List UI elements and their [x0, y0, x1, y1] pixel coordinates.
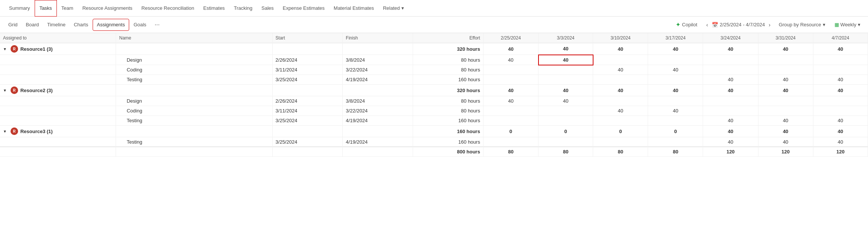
task-week-cell-0-2-0[interactable] — [483, 75, 538, 85]
date-range-control[interactable]: ‹ 📅 2/25/2024 - 4/7/2024 › — [704, 21, 773, 29]
resource-row-2: ▼ R Resource3 (1) 160 hours0000404040 — [0, 126, 868, 137]
task-week-cell-0-2-1[interactable] — [538, 75, 593, 85]
task-week-cell-1-2-5[interactable]: 40 — [758, 116, 813, 126]
task-week-cell-0-1-4[interactable] — [703, 65, 758, 75]
header-name: Name — [116, 33, 272, 43]
task-week-cell-1-1-6[interactable] — [813, 106, 868, 116]
task-row-0-1: Coding3/11/20243/22/202480 hours4040 — [0, 65, 868, 75]
task-week-cell-1-0-6[interactable] — [813, 96, 868, 106]
task-week-cell-2-0-5[interactable]: 40 — [758, 137, 813, 147]
task-name-cell-2-0: Testing — [116, 137, 272, 147]
period-button[interactable]: ▦ Weekly ▾ — [831, 20, 863, 29]
task-name-cell-0-0: Design — [116, 55, 272, 65]
task-week-cell-1-1-1[interactable] — [538, 106, 593, 116]
resource-chevron-0[interactable]: ▼ — [3, 47, 7, 51]
nav-tracking[interactable]: Tracking — [229, 0, 257, 17]
resource-week-2-4: 40 — [703, 126, 758, 137]
copilot-button[interactable]: ✦ Copilot — [672, 20, 701, 30]
task-week-cell-1-2-6[interactable]: 40 — [813, 116, 868, 126]
resource-start-cell-0 — [272, 43, 343, 55]
task-start-cell-1-1: 3/11/2024 — [272, 106, 343, 116]
task-week-cell-0-1-2[interactable]: 40 — [593, 65, 648, 75]
view-timeline[interactable]: Timeline — [43, 19, 69, 31]
task-week-cell-0-2-2[interactable] — [593, 75, 648, 85]
view-goals[interactable]: Goals — [130, 19, 150, 31]
task-week-cell-0-0-3[interactable] — [648, 55, 703, 65]
task-effort-cell-1-0: 80 hours — [413, 96, 484, 106]
resource-avatar-1: R — [11, 86, 18, 94]
prev-date-arrow[interactable]: ‹ — [704, 21, 711, 29]
task-week-cell-2-0-2[interactable] — [593, 137, 648, 147]
task-week-cell-1-1-0[interactable] — [483, 106, 538, 116]
task-week-cell-1-1-4[interactable] — [703, 106, 758, 116]
nav-material-estimates[interactable]: Material Estimates — [329, 0, 378, 17]
task-week-cell-2-0-1[interactable] — [538, 137, 593, 147]
task-week-cell-0-1-0[interactable] — [483, 65, 538, 75]
task-week-cell-0-0-2[interactable] — [593, 55, 648, 65]
task-week-cell-2-0-6[interactable]: 40 — [813, 137, 868, 147]
task-week-cell-1-0-4[interactable] — [703, 96, 758, 106]
task-week-cell-0-1-3[interactable]: 40 — [648, 65, 703, 75]
task-week-cell-1-0-0[interactable]: 40 — [483, 96, 538, 106]
task-effort-cell-2-0: 160 hours — [413, 137, 484, 147]
nav-team[interactable]: Team — [57, 0, 78, 17]
task-week-cell-1-1-3[interactable]: 40 — [648, 106, 703, 116]
task-assigned-cell-0-2 — [0, 75, 116, 85]
task-week-cell-0-2-6[interactable]: 40 — [813, 75, 868, 85]
task-week-cell-1-2-3[interactable] — [648, 116, 703, 126]
group-by-button[interactable]: Group by Resource ▾ — [776, 20, 828, 29]
more-options-button[interactable]: ··· — [151, 19, 163, 31]
task-week-cell-0-1-5[interactable] — [758, 65, 813, 75]
task-assigned-cell-1-2 — [0, 116, 116, 126]
task-week-cell-0-0-1[interactable]: 40 — [538, 55, 593, 65]
task-week-cell-1-1-2[interactable]: 40 — [593, 106, 648, 116]
task-week-cell-1-1-5[interactable] — [758, 106, 813, 116]
task-week-cell-0-1-1[interactable] — [538, 65, 593, 75]
resource-name-2: Resource3 (1) — [20, 129, 53, 134]
task-week-cell-0-1-6[interactable] — [813, 65, 868, 75]
task-finish-cell-1-0: 3/8/2024 — [343, 96, 413, 106]
task-week-cell-0-0-6[interactable] — [813, 55, 868, 65]
nav-summary[interactable]: Summary — [5, 0, 35, 17]
task-start-cell-1-0: 2/26/2024 — [272, 96, 343, 106]
nav-estimates[interactable]: Estimates — [199, 0, 229, 17]
nav-related[interactable]: Related ▾ — [378, 0, 409, 17]
related-chevron-icon: ▾ — [401, 5, 404, 11]
copilot-icon: ✦ — [676, 21, 680, 28]
task-week-cell-0-2-3[interactable] — [648, 75, 703, 85]
view-grid[interactable]: Grid — [5, 19, 21, 31]
resource-chevron-2[interactable]: ▼ — [3, 129, 7, 133]
task-week-cell-2-0-4[interactable]: 40 — [703, 137, 758, 147]
nav-resource-reconciliation[interactable]: Resource Reconciliation — [137, 0, 199, 17]
task-week-cell-1-0-1[interactable]: 40 — [538, 96, 593, 106]
view-board[interactable]: Board — [22, 19, 43, 31]
task-week-cell-1-0-5[interactable] — [758, 96, 813, 106]
nav-expense-estimates[interactable]: Expense Estimates — [278, 0, 329, 17]
resource-chevron-1[interactable]: ▼ — [3, 88, 7, 92]
task-week-cell-2-0-0[interactable] — [483, 137, 538, 147]
group-by-chevron-icon: ▾ — [823, 22, 825, 27]
task-week-cell-1-2-2[interactable] — [593, 116, 648, 126]
nav-resource-assignments[interactable]: Resource Assignments — [78, 0, 137, 17]
task-week-cell-0-2-5[interactable]: 40 — [758, 75, 813, 85]
task-week-cell-2-0-3[interactable] — [648, 137, 703, 147]
task-week-cell-0-0-0[interactable]: 40 — [483, 55, 538, 65]
nav-tasks[interactable]: Tasks — [35, 0, 57, 17]
task-week-cell-1-2-1[interactable] — [538, 116, 593, 126]
task-week-cell-0-2-4[interactable]: 40 — [703, 75, 758, 85]
header-start: Start — [272, 33, 343, 43]
nav-sales[interactable]: Sales — [257, 0, 278, 17]
view-assignments[interactable]: Assignments — [93, 19, 129, 31]
task-week-cell-0-0-5[interactable] — [758, 55, 813, 65]
resource-name-1: Resource2 (3) — [20, 88, 53, 93]
header-week-3: 3/17/2024 — [648, 33, 703, 43]
next-date-arrow[interactable]: › — [766, 21, 773, 29]
task-week-cell-0-0-4[interactable] — [703, 55, 758, 65]
task-finish-cell-1-2: 4/19/2024 — [343, 116, 413, 126]
task-week-cell-1-2-4[interactable]: 40 — [703, 116, 758, 126]
task-week-cell-1-0-3[interactable] — [648, 96, 703, 106]
resource-avatar-2: R — [11, 127, 18, 135]
view-charts[interactable]: Charts — [70, 19, 92, 31]
task-week-cell-1-0-2[interactable] — [593, 96, 648, 106]
task-week-cell-1-2-0[interactable] — [483, 116, 538, 126]
